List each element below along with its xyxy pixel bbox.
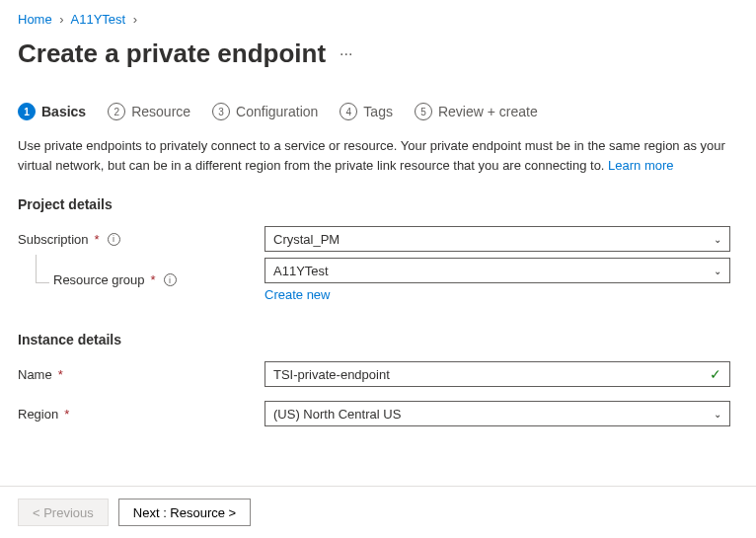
required-indicator: * (64, 407, 69, 422)
project-details-heading: Project details (18, 196, 738, 212)
description-text: Use private endpoints to privately conne… (18, 136, 728, 175)
wizard-footer: < Previous Next : Resource > (0, 486, 756, 538)
info-icon[interactable]: i (164, 273, 177, 286)
tab-review-create[interactable]: 5 Review + create (415, 103, 538, 120)
required-indicator: * (58, 367, 63, 382)
breadcrumb-home[interactable]: Home (18, 12, 52, 27)
tab-review-label: Review + create (438, 104, 538, 119)
breadcrumb: Home › A11YTest › (18, 12, 738, 38)
breadcrumb-a11ytest[interactable]: A11YTest (71, 12, 126, 27)
required-indicator: * (95, 232, 100, 247)
region-select[interactable]: (US) North Central US ⌄ (265, 401, 730, 426)
create-new-link[interactable]: Create new (265, 287, 330, 302)
tab-resource-number-icon: 2 (108, 103, 125, 120)
name-label: Name * (18, 367, 265, 382)
tab-tags[interactable]: 4 Tags (340, 103, 393, 120)
tab-configuration[interactable]: 3 Configuration (212, 103, 318, 120)
resource-group-label: Resource group * i (18, 272, 265, 287)
tab-basics[interactable]: 1 Basics (18, 103, 86, 120)
breadcrumb-sep-2: › (133, 12, 137, 27)
breadcrumb-sep-1: › (59, 12, 63, 27)
tab-tags-number-icon: 4 (340, 103, 357, 120)
instance-details-heading: Instance details (18, 332, 738, 347)
tab-configuration-number-icon: 3 (212, 103, 230, 120)
chevron-down-icon: ⌄ (714, 409, 721, 420)
tab-resource[interactable]: 2 Resource (108, 103, 190, 120)
name-input[interactable]: TSI-private-endpoint ✓ (265, 361, 730, 387)
previous-button: < Previous (18, 499, 109, 526)
tab-basics-label: Basics (41, 104, 86, 119)
subscription-value: Crystal_PM (273, 232, 340, 247)
tab-basics-number-icon: 1 (18, 103, 36, 120)
resource-group-value: A11YTest (273, 264, 329, 278)
region-value: (US) North Central US (273, 407, 401, 422)
chevron-down-icon: ⌄ (714, 234, 721, 245)
page-title: Create a private endpoint (18, 38, 326, 69)
tab-configuration-label: Configuration (236, 104, 318, 119)
wizard-tabs: 1 Basics 2 Resource 3 Configuration 4 Ta… (18, 103, 738, 120)
tab-tags-label: Tags (363, 104, 393, 119)
subscription-label: Subscription * i (18, 232, 265, 247)
tab-review-number-icon: 5 (415, 103, 432, 120)
name-value: TSI-private-endpoint (273, 367, 390, 382)
subscription-select[interactable]: Crystal_PM ⌄ (265, 226, 730, 252)
learn-more-link[interactable]: Learn more (608, 158, 673, 173)
region-label: Region * (18, 407, 265, 422)
info-icon[interactable]: i (108, 233, 120, 246)
tab-resource-label: Resource (131, 104, 190, 119)
required-indicator: * (151, 272, 156, 287)
next-button[interactable]: Next : Resource > (118, 499, 251, 526)
valid-check-icon: ✓ (710, 366, 721, 382)
resource-group-select[interactable]: A11YTest ⌄ (265, 258, 730, 283)
more-actions-icon[interactable]: ··· (340, 45, 352, 63)
chevron-down-icon: ⌄ (714, 266, 721, 276)
